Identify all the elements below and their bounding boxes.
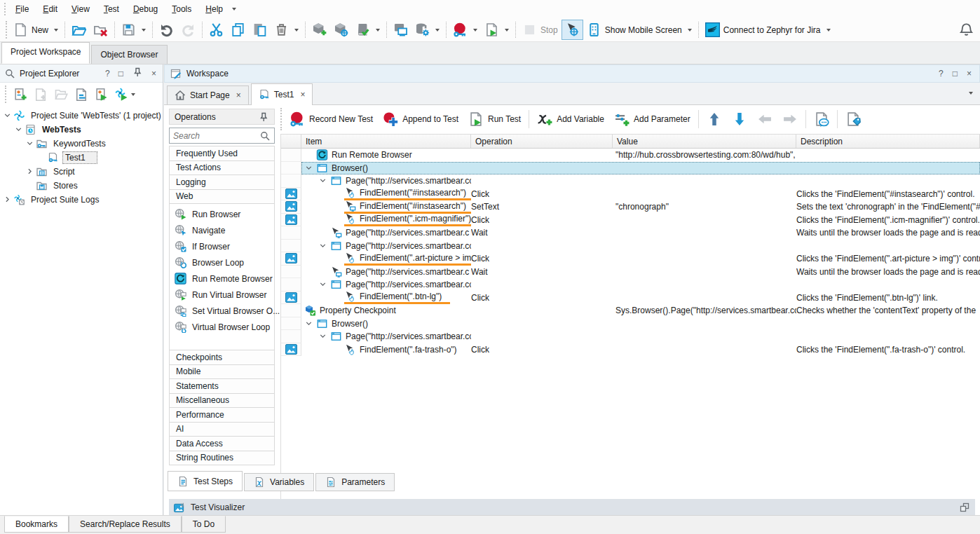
toolbar-run-page-button[interactable] — [481, 20, 512, 40]
menu-tools[interactable]: Tools — [165, 1, 198, 17]
drag-grip[interactable] — [6, 21, 7, 39]
column-operation[interactable]: Operation — [471, 135, 613, 148]
test-step-row[interactable]: Browser() — [281, 317, 980, 331]
arrow-left-button[interactable] — [752, 111, 777, 127]
toolbar-paste-button[interactable] — [249, 20, 271, 40]
row-chevron-icon[interactable] — [318, 241, 330, 251]
toolbar-cube-add-button[interactable] — [308, 20, 330, 40]
notifications-button[interactable] — [955, 20, 977, 40]
test-step-row[interactable]: FindElement(".art-picture > img")ClickCl… — [281, 252, 980, 266]
tab-variables[interactable]: Variables — [244, 473, 314, 491]
tree-item-project-suite-webtests-1-project-[interactable]: Project Suite 'WebTests' (1 project) — [0, 109, 163, 123]
close-tab-icon[interactable]: × — [300, 90, 305, 100]
operation-navigate[interactable]: Navigate — [170, 222, 274, 238]
toolbar-mobile-button[interactable]: Show Mobile Screen — [583, 20, 695, 40]
tree-chevron-icon[interactable] — [14, 125, 25, 135]
doc-tab-start-page[interactable]: Start Page× — [167, 85, 249, 104]
status-tab-bookmarks[interactable]: Bookmarks — [4, 516, 69, 533]
append-button[interactable]: Append to Test — [378, 111, 463, 127]
toolbar-open-folder-button[interactable] — [68, 20, 90, 40]
tab-parameters[interactable]: Parameters — [315, 473, 395, 491]
dropdown-caret-icon[interactable] — [131, 93, 135, 96]
toolbar-zephyr-button[interactable]: Connect to Zephyr for Jira — [702, 20, 834, 40]
test-step-row[interactable]: Page("http://services.smartbear.com/samp… — [281, 174, 980, 188]
toolbar-close-folder-button[interactable] — [90, 20, 111, 40]
menu-help[interactable]: Help — [198, 1, 230, 17]
arrow-up-button[interactable] — [702, 111, 727, 127]
tab-list-caret-icon[interactable] — [969, 92, 973, 95]
dropdown-caret-icon[interactable] — [294, 29, 299, 32]
drag-grip[interactable] — [280, 108, 282, 130]
operations-group-logging[interactable]: Logging — [169, 174, 275, 190]
tree-item-stores[interactable]: Stores — [0, 179, 163, 193]
menu-file[interactable]: File — [8, 1, 36, 17]
column-description[interactable]: Description — [796, 135, 980, 148]
status-tab-search-replace-results[interactable]: Search/Replace Results — [69, 516, 182, 533]
tab-project-workspace[interactable]: Project Workspace — [1, 42, 90, 64]
tree-item-script[interactable]: Script — [0, 165, 163, 179]
dropdown-caret-icon[interactable] — [505, 29, 509, 32]
record-key-button[interactable]: Record New Test — [285, 111, 378, 127]
operation-set-virtual-browser-o-[interactable]: Set Virtual Browser O... — [170, 303, 274, 319]
close-button[interactable]: × — [965, 69, 974, 78]
toolbar-undo-button[interactable] — [156, 20, 177, 40]
toolbar-book-check-button[interactable] — [352, 20, 383, 40]
test-step-row[interactable]: Property CheckpointSys.Browser().Page("h… — [281, 304, 980, 317]
operation-run-browser[interactable]: Run Browser — [170, 206, 274, 222]
visualizer-cell[interactable] — [281, 200, 301, 214]
dropdown-caret-icon[interactable] — [142, 29, 146, 32]
tree-item-project-suite-logs[interactable]: Project Suite Logs — [0, 193, 163, 207]
toolbar-db-gear-button[interactable] — [411, 20, 443, 40]
row-chevron-icon[interactable] — [318, 176, 330, 186]
test-step-row[interactable]: FindElement(".fa-trash-o")ClickClicks th… — [281, 343, 980, 357]
tree-chevron-icon[interactable] — [25, 139, 36, 149]
visualizer-cell[interactable] — [281, 252, 301, 266]
visualizer-cell[interactable] — [281, 343, 301, 357]
dropdown-caret-icon[interactable] — [688, 29, 692, 32]
close-tab-icon[interactable]: × — [236, 90, 241, 100]
toolbar-desktop-copy-button[interactable] — [390, 20, 411, 40]
test-step-row[interactable]: Browser() — [281, 162, 980, 175]
toolbar-spy-target-button[interactable] — [562, 20, 583, 40]
tree-chevron-icon[interactable] — [3, 195, 13, 205]
operation-if-browser[interactable]: If Browser — [170, 238, 274, 254]
tree-chevron-icon[interactable] — [25, 167, 36, 177]
operations-group-test-actions[interactable]: Test Actions — [169, 160, 275, 176]
close-button[interactable]: × — [149, 69, 158, 78]
sliders-plus-button[interactable]: Add Parameter — [609, 111, 695, 127]
dropdown-caret-icon[interactable] — [376, 29, 380, 32]
expand-icon[interactable] — [959, 502, 970, 513]
help-button[interactable]: ? — [937, 69, 946, 78]
visualizer-cell[interactable] — [281, 292, 301, 305]
dropdown-caret-icon[interactable] — [473, 29, 477, 32]
toolbar-record-key-button[interactable] — [449, 20, 481, 40]
drag-grip[interactable] — [5, 85, 6, 103]
page-tag-button[interactable] — [841, 111, 866, 127]
test-step-row[interactable]: Page("http://services.smartbear.com/samp… — [281, 278, 980, 292]
tree-item-test1[interactable]: Test1 — [0, 151, 163, 165]
dropdown-caret-icon[interactable] — [826, 29, 831, 32]
operations-group-string-routines[interactable]: String Routines — [169, 451, 275, 466]
pe-organize-button[interactable] — [72, 85, 90, 104]
tree-chevron-icon[interactable] — [3, 111, 13, 121]
row-chevron-icon[interactable] — [318, 280, 330, 289]
operations-group-checkpoints[interactable]: Checkpoints — [169, 350, 275, 365]
toolbar-new-doc-button[interactable]: New — [10, 20, 62, 40]
test-step-row[interactable]: FindElement("#instasearch")SetText"chron… — [281, 200, 980, 214]
tree-item-keywordtests[interactable]: KeywordTests — [0, 137, 163, 151]
search-input[interactable] — [173, 131, 259, 141]
row-chevron-icon[interactable] — [304, 163, 316, 173]
menu-view[interactable]: View — [64, 1, 97, 17]
test-step-row[interactable]: Page("http://services.smartbear.cWaitWai… — [281, 226, 980, 240]
operations-group-statements[interactable]: Statements — [169, 378, 275, 394]
menu-edit[interactable]: Edit — [36, 1, 64, 17]
pe-new-button[interactable] — [32, 85, 50, 104]
float-button[interactable]: □ — [951, 69, 960, 78]
help-button[interactable]: ? — [103, 69, 112, 78]
toolbar-stop-square-button[interactable]: Stop — [519, 20, 562, 40]
page-comment-button[interactable] — [809, 111, 834, 127]
run-page-button[interactable]: Run Test — [463, 111, 526, 127]
pe-run-suite-button[interactable] — [113, 85, 137, 104]
x-plus-button[interactable]: Add Variable — [532, 111, 609, 127]
pe-add-button[interactable] — [11, 85, 29, 104]
